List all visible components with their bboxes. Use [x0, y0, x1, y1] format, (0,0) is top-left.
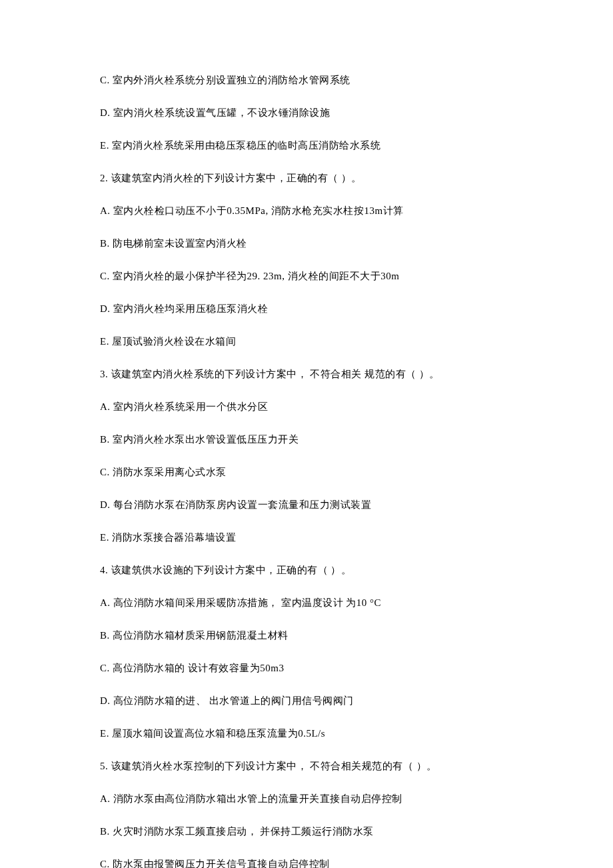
option-line: D. 室内消火栓系统设置气压罐，不设水锤消除设施 [100, 106, 513, 120]
option-line: B. 防电梯前室未设置室内消火栓 [100, 237, 513, 251]
option-line: D. 高位消防水箱的进、 出水管道上的阀门用信号阀阀门 [100, 694, 513, 708]
question-line: 2. 该建筑室内消火栓的下列设计方案中，正确的有（ ）。 [100, 171, 513, 185]
option-line: A. 高位消防水箱间采用采暖防冻措施， 室内温度设计 为10 °C [100, 596, 513, 610]
option-line: C. 室内外消火栓系统分别设置独立的消防给水管网系统 [100, 73, 513, 87]
question-line: 5. 该建筑消火栓水泵控制的下列设计方案中， 不符合相关规范的有（ ）。 [100, 759, 513, 773]
option-line: C. 高位消防水箱的 设计有效容量为50m3 [100, 661, 513, 675]
document-page: C. 室内外消火栓系统分别设置独立的消防给水管网系统 D. 室内消火栓系统设置气… [0, 0, 613, 868]
option-line: A. 室内消火栓系统采用一个供水分区 [100, 400, 513, 414]
option-line: E. 消防水泵接合器沿幕墙设置 [100, 531, 513, 545]
option-line: E. 屋顶水箱间设置高位水箱和稳压泵流量为0.5L/s [100, 727, 513, 741]
option-line: E. 室内消火栓系统采用由稳压泵稳压的临时高压消防给水系统 [100, 139, 513, 153]
option-line: A. 消防水泵由高位消防水箱出水管上的流量开关直接自动启停控制 [100, 792, 513, 806]
option-line: B. 高位消防水箱材质采用钢筋混凝土材料 [100, 629, 513, 643]
option-line: C. 室内消火栓的最小保护半径为29. 23m, 消火栓的间距不大于30m [100, 269, 513, 283]
option-line: B. 室内消火栓水泵出水管设置低压压力开关 [100, 433, 513, 447]
option-line: A. 室内火栓检口动压不小于0.35MPa, 消防水枪充实水柱按13m计算 [100, 204, 513, 218]
option-line: C. 防水泵由报警阀压力开关信号直接自动启停控制 [100, 857, 513, 868]
option-line: D. 室内消火栓均采用压稳压泵消火栓 [100, 302, 513, 316]
question-line: 3. 该建筑室内消火栓系统的下列设计方案中， 不符合相关 规范的有（ ）。 [100, 367, 513, 381]
option-line: B. 火灾时消防水泵工频直接启动， 并保持工频运行消防水泵 [100, 825, 513, 839]
option-line: D. 每台消防水泵在消防泵房内设置一套流量和压力测试装置 [100, 498, 513, 512]
option-line: E. 屋顶试验消火栓设在水箱间 [100, 335, 513, 349]
question-line: 4. 该建筑供水设施的下列设计方案中，正确的有（ ）。 [100, 563, 513, 577]
option-line: C. 消防水泵采用离心式水泵 [100, 465, 513, 479]
